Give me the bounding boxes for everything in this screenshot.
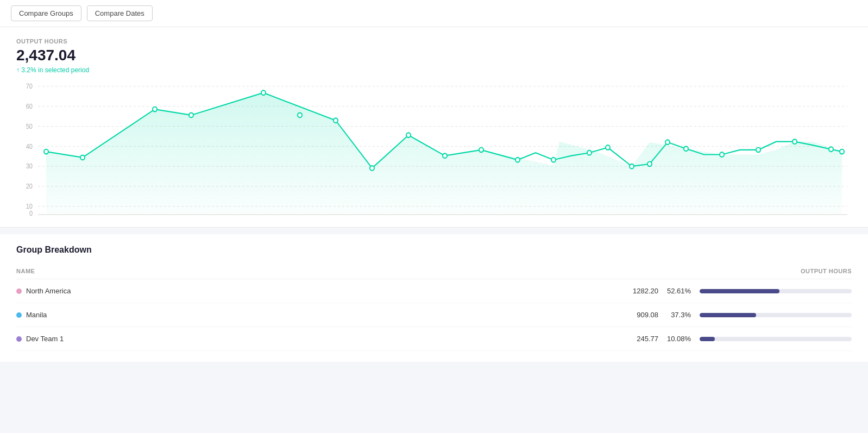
hours-cell: 245.77 10.08% (183, 327, 852, 351)
group-name-cell: Manila (16, 311, 183, 319)
svg-text:Mar 18: Mar 18 (750, 221, 766, 222)
svg-text:70: 70 (26, 83, 33, 90)
line-chart: 70 60 50 40 30 20 10 0 (16, 80, 852, 222)
data-point (261, 90, 266, 95)
data-point (630, 164, 634, 169)
compare-groups-button[interactable]: Compare Groups (11, 5, 81, 21)
right-area: 1282.20 52.61% (183, 287, 852, 295)
svg-text:Jan 27: Jan 27 (364, 221, 380, 222)
data-point (756, 148, 760, 153)
compare-dates-button[interactable]: Compare Dates (87, 5, 153, 21)
svg-text:40: 40 (26, 143, 33, 149)
metric-value: 2,437.04 (16, 47, 852, 64)
pct-value: 37.3% (665, 311, 691, 319)
data-point (80, 155, 85, 160)
svg-text:Feb 17: Feb 17 (545, 221, 562, 222)
group-name-label: North America (26, 287, 71, 295)
svg-text:Mar 23: Mar 23 (768, 221, 785, 222)
hours-cell: 909.08 37.3% (183, 303, 852, 327)
data-point (443, 153, 447, 158)
group-dot (16, 312, 22, 318)
data-point (587, 150, 592, 155)
data-point (515, 158, 520, 162)
data-point (153, 107, 157, 112)
right-area: 245.77 10.08% (183, 335, 852, 343)
progress-bar-container (700, 313, 852, 317)
data-point (479, 148, 483, 153)
svg-text:Mar 15: Mar 15 (731, 221, 748, 222)
svg-text:Feb 04: Feb 04 (436, 221, 453, 222)
svg-text:Mar 07: Mar 07 (677, 221, 694, 222)
hours-value: 245.77 (637, 335, 658, 343)
data-point (370, 166, 374, 171)
breakdown-table: NAME OUTPUT HOURS North America 1282.20 … (16, 263, 852, 351)
svg-text:0: 0 (29, 210, 33, 217)
group-dot (16, 288, 22, 294)
chart-svg: 70 60 50 40 30 20 10 0 (16, 80, 852, 222)
hours-value: 1282.20 (633, 287, 658, 295)
svg-text:Feb 25: Feb 25 (623, 221, 640, 222)
chart-panel: OUTPUT HOURS 2,437.04 ↑ 3.2% in selected… (0, 27, 868, 228)
pct-value: 10.08% (665, 335, 691, 343)
svg-text:Mar 02: Mar 02 (659, 221, 676, 222)
metric-change: ↑ 3.2% in selected period (16, 66, 852, 74)
trend-arrow: ↑ (16, 66, 20, 74)
change-pct: 3.2% (21, 66, 36, 74)
group-name-cell: North America (16, 287, 183, 295)
svg-text:Feb 01: Feb 01 (400, 221, 417, 222)
table-row: Manila 909.08 37.3% (16, 303, 852, 327)
data-point (792, 139, 797, 144)
svg-text:Mar 10: Mar 10 (713, 221, 730, 222)
hours-value: 909.08 (637, 311, 658, 319)
data-point (665, 140, 670, 145)
svg-text:Jan 14: Jan 14 (183, 221, 199, 222)
data-point (840, 149, 844, 154)
data-point (44, 149, 48, 154)
pct-value: 52.61% (665, 287, 691, 295)
progress-bar-container (700, 337, 852, 341)
data-point (551, 158, 556, 162)
right-area: 909.08 37.3% (183, 311, 852, 319)
svg-text:Jan 19: Jan 19 (255, 221, 272, 222)
group-name-label: Dev Team 1 (26, 335, 64, 343)
svg-text:Jan 06: Jan 06 (74, 221, 91, 222)
hours-cell: 1282.20 52.61% (183, 279, 852, 303)
table-row: North America 1282.20 52.61% (16, 279, 852, 303)
col-name-header: NAME (16, 263, 183, 279)
svg-text:Feb 09: Feb 09 (473, 221, 489, 222)
svg-text:Feb 22: Feb 22 (581, 221, 597, 222)
data-point (189, 113, 193, 118)
progress-bar-fill (700, 313, 756, 317)
data-point (720, 152, 724, 157)
data-point (298, 113, 302, 118)
progress-bar-fill (700, 337, 715, 341)
metric-label: OUTPUT HOURS (16, 38, 852, 45)
change-text: in selected period (38, 66, 89, 74)
data-point (334, 118, 338, 123)
data-point (406, 133, 411, 137)
data-point (829, 147, 833, 152)
svg-text:Jan 11: Jan 11 (147, 221, 163, 222)
breakdown-title: Group Breakdown (16, 245, 852, 255)
col-hours-header: OUTPUT HOURS (183, 263, 852, 279)
svg-text:60: 60 (26, 103, 33, 110)
progress-bar-fill (700, 289, 779, 293)
group-name-cell: Dev Team 1 (16, 335, 183, 343)
svg-text:Feb 14: Feb 14 (509, 221, 526, 222)
table-row: Dev Team 1 245.77 10.08% (16, 327, 852, 351)
data-point (647, 162, 652, 167)
svg-text:Mar 31: Mar 31 (833, 221, 850, 222)
group-name-label: Manila (26, 311, 47, 319)
breakdown-panel: Group Breakdown NAME OUTPUT HOURS North … (0, 234, 868, 362)
svg-text:Jan 03: Jan 03 (38, 221, 54, 222)
data-point (684, 146, 688, 151)
toolbar: Compare Groups Compare Dates (0, 0, 868, 27)
group-dot (16, 336, 22, 342)
svg-text:Jan 24: Jan 24 (328, 221, 344, 222)
svg-text:30: 30 (26, 163, 33, 170)
data-point (606, 145, 610, 150)
progress-bar-container (700, 289, 852, 293)
svg-text:50: 50 (26, 123, 33, 129)
svg-text:Mar 28: Mar 28 (786, 221, 803, 222)
svg-text:10: 10 (26, 203, 33, 210)
